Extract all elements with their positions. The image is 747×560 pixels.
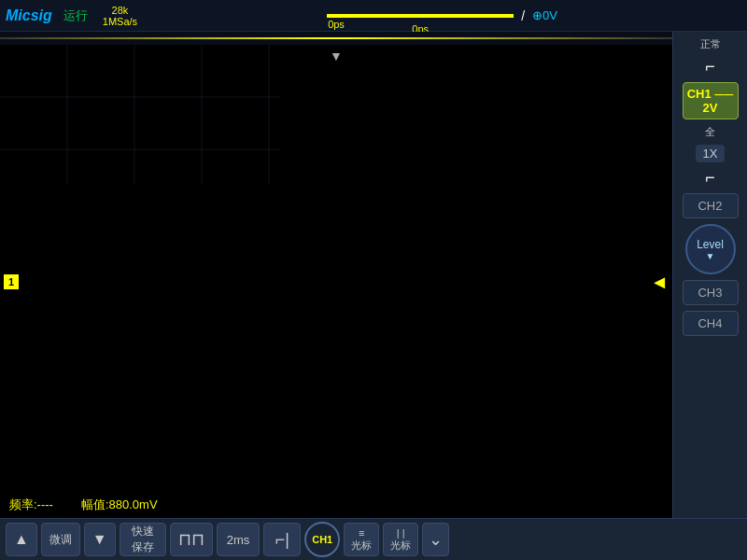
scope-screen: 1 ◄ ▼ — [0, 45, 672, 518]
ch1-title: CH1 — [687, 87, 712, 101]
top-bar: Micsig 运行 28k 1MSa/s 0ps / ⊕0V — [0, 0, 747, 32]
sample-rate-bottom: 1MSa/s — [103, 16, 137, 27]
bottom-toolbar: ▲ 微调 ▼ 快速 保存 ⊓⊓ 2ms ⌐| CH1 ≡ 光标 | | 光标 ⌄ — [0, 518, 747, 560]
ch2-button[interactable]: CH2 — [683, 193, 739, 218]
single-pulse-icon: ⌐| — [275, 530, 289, 550]
time-bar: 0ps — [327, 14, 514, 18]
trigger-level: ⊕0V — [532, 8, 557, 22]
dropdown-button[interactable]: ⌄ — [422, 523, 449, 556]
logo: Micsig — [0, 7, 58, 24]
ch1-line-icon: —— — [714, 90, 733, 100]
sample-info: 28k 1MSa/s — [103, 5, 137, 27]
falling-edge-icon: ⌐ — [705, 168, 715, 188]
square-wave-icon: ⊓⊓ — [178, 529, 204, 550]
chevron-down-icon: ▼ — [706, 251, 715, 261]
wave-shape2-button[interactable]: ⌐| — [263, 523, 301, 556]
timebar-center-label: 0ps — [328, 19, 345, 30]
grid — [0, 45, 280, 185]
sample-rate-top: 28k — [112, 5, 129, 16]
status-run: 运行 — [58, 7, 93, 24]
level-label: Level — [697, 238, 724, 251]
ch1-circle-button[interactable]: CH1 — [304, 522, 340, 557]
cursor1-label: 光标 — [351, 539, 372, 553]
normal-label: 正常 — [700, 37, 721, 51]
wave-shape1-button[interactable]: ⊓⊓ — [170, 523, 213, 556]
time-per-div-button[interactable]: 2ms — [217, 523, 261, 556]
cursor1-icon: ≡ — [359, 527, 364, 539]
fine-tune-button[interactable]: 微调 — [41, 523, 80, 556]
amp-measurement: 幅值:880.0mV — [81, 497, 158, 513]
quick-save-label: 快速 — [132, 524, 154, 539]
top-timebar: 0ps — [0, 32, 672, 45]
chevron-down-icon: ⌄ — [429, 529, 443, 550]
trigger-arrow-icon: / — [521, 8, 525, 23]
cursor2-label: 光标 — [390, 539, 411, 553]
down-arrow-button[interactable]: ▼ — [84, 523, 116, 556]
rising-edge-icon: ⌐ — [705, 57, 715, 77]
time-bar-container[interactable]: 0ps / ⊕0V — [137, 0, 747, 31]
all-label: 全 — [705, 125, 715, 139]
onex-label: 1X — [696, 145, 726, 162]
ch1-button[interactable]: CH1 —— 2V — [683, 82, 739, 119]
measurements: 频率:---- 幅值:880.0mV — [9, 497, 158, 513]
ch1-indicator: 1 — [4, 274, 19, 289]
ch1-voltage: 2V — [703, 101, 718, 115]
ch4-button[interactable]: CH4 — [683, 311, 739, 336]
freq-measurement: 频率:---- — [9, 497, 53, 513]
right-panel: 正常 ⌐ CH1 —— 2V 全 1X ⌐ CH2 Level ▼ CH3 CH… — [672, 32, 747, 518]
up-arrow-button[interactable]: ▲ — [6, 523, 37, 556]
trigger-top-pointer: ▼ — [330, 49, 343, 63]
trigger-right-arrow-icon: ◄ — [650, 271, 669, 292]
save-label: 保存 — [132, 539, 154, 555]
ch3-button[interactable]: CH3 — [683, 280, 739, 305]
quick-save-button[interactable]: 快速 保存 — [120, 523, 166, 556]
cursor2-button[interactable]: | | 光标 — [383, 523, 418, 556]
level-button[interactable]: Level ▼ — [685, 224, 736, 274]
cursor1-button[interactable]: ≡ 光标 — [344, 523, 379, 556]
timebar-line: 0ps — [0, 37, 672, 39]
cursor2-icon: | | — [397, 527, 405, 539]
